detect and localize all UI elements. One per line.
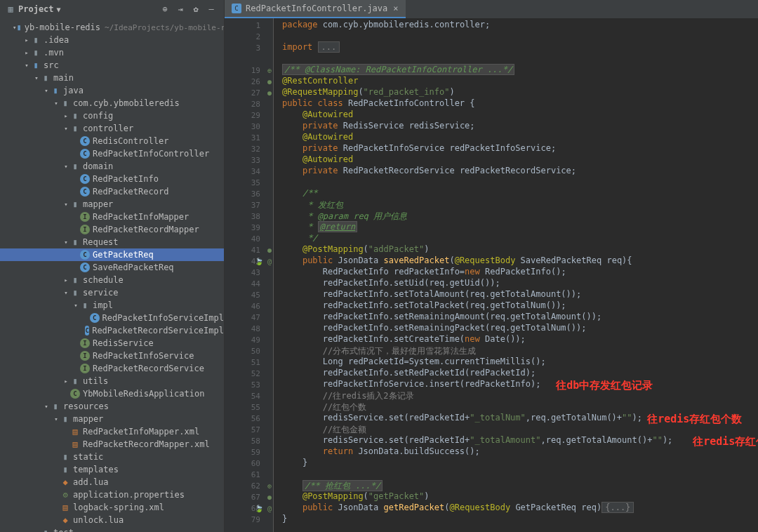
code-area[interactable]: package com.cyb.ybmobileredis.controller… (274, 18, 758, 532)
tree-twisty[interactable]: ▾ (62, 125, 70, 132)
gutter-line[interactable]: 39 (225, 222, 273, 233)
gutter-line[interactable]: 55 (225, 401, 273, 413)
tree-item-config[interactable]: ▸▮config (0, 109, 224, 122)
gutter-line[interactable]: 31 (225, 132, 273, 143)
tree-twisty[interactable]: ▾ (52, 415, 60, 423)
code-line[interactable]: * @param req 用户信息 (282, 211, 758, 222)
tree-twisty[interactable]: ▾ (62, 289, 70, 296)
tree-item-redpacketrecordserviceimpl[interactable]: CRedPacketRecordServiceImpl (0, 324, 224, 337)
code-line[interactable]: * 发红包 (282, 199, 758, 211)
settings-icon[interactable]: ✿ (189, 2, 203, 16)
gutter-line[interactable]: 40 (225, 233, 273, 244)
close-tab-icon[interactable]: × (393, 4, 398, 13)
gutter-line[interactable]: 67● (225, 491, 273, 503)
tree-item-redpacketinfocontroller[interactable]: CRedPacketInfoController (0, 147, 224, 160)
code-line[interactable]: //红包金额 (282, 424, 758, 435)
code-editor[interactable]: 12319⊕26●27●2829303132333435363738394041… (225, 18, 758, 532)
tree-item-yb-mobile-redis[interactable]: ▾▮yb-mobile-redis~/IdeaProjects/yb-mobil… (0, 21, 224, 34)
code-line[interactable]: return JsonData.buildSuccess(); (282, 446, 758, 458)
tree-item-mapper[interactable]: ▾▮mapper (0, 413, 224, 425)
gutter-line[interactable]: 56 (225, 413, 273, 424)
code-line[interactable]: //分布式情况下，最好使用雪花算法生成 (282, 345, 758, 357)
code-line[interactable]: public class RedPacketInfoController { (282, 98, 758, 109)
gutter-line[interactable]: 38 (225, 211, 273, 222)
tree-item--mvn[interactable]: ▸▮.mvn (0, 46, 224, 59)
tree-item-com-cyb-ybmobileredis[interactable]: ▾▮com.cyb.ybmobileredis (0, 97, 224, 109)
gutter-line[interactable]: 58 (225, 435, 273, 446)
tab-redpacketinfocontroller[interactable]: C RedPacketInfoController.java × (225, 0, 406, 18)
gutter-line[interactable]: 36 (225, 188, 273, 199)
gutter-line[interactable]: 3 (225, 42, 273, 53)
code-line[interactable]: redPacketInfo.setRedPacketId(redPacketId… (282, 368, 758, 379)
gutter-line[interactable]: 68🍃 @ (225, 503, 273, 514)
gutter-line[interactable]: 60 (225, 458, 273, 469)
tree-item-main[interactable]: ▾▮main (0, 72, 224, 84)
code-line[interactable]: redisService.set(redPacketId+"_totalNum"… (282, 413, 758, 424)
code-line[interactable]: @PostMapping("getPacket") (282, 491, 758, 503)
tree-item-redisservice[interactable]: IRedisService (0, 337, 224, 350)
project-dropdown-icon[interactable]: ▼ (57, 6, 61, 13)
tree-item-resources[interactable]: ▾▮resources (0, 400, 224, 413)
gutter-line[interactable]: 53 (225, 379, 273, 390)
code-line[interactable]: Long redPacketId=System.currentTimeMilli… (282, 357, 758, 368)
tree-item-static[interactable]: ▮static (0, 451, 224, 463)
tree-twisty[interactable]: ▸ (22, 49, 31, 56)
gutter-icon[interactable]: ● (267, 246, 272, 254)
code-line[interactable]: redisService.set(redPacketId+"_totalAmou… (282, 435, 758, 446)
gutter-line[interactable]: 49 (225, 334, 273, 345)
tree-item-add-lua[interactable]: ◆add.lua (0, 476, 224, 488)
tree-item-redpacketinfoserviceimpl[interactable]: CRedPacketInfoServiceImpl (0, 312, 224, 324)
code-line[interactable]: //红包个数 (282, 401, 758, 413)
code-line[interactable]: @PostMapping("addPacket") (282, 244, 758, 255)
gutter-icon[interactable]: 🍃 @ (255, 505, 272, 512)
code-line[interactable]: */ (282, 233, 758, 244)
gutter-line[interactable]: 37 (225, 199, 273, 211)
tree-item--idea[interactable]: ▸▮.idea (0, 34, 224, 46)
tree-twisty[interactable]: ▸ (62, 112, 70, 119)
gutter-icon[interactable]: ⊕ (267, 67, 272, 74)
code-line[interactable]: redPacketInfo.setRemainingPacket(req.get… (282, 323, 758, 334)
gutter-line[interactable]: 19⊕ (225, 65, 273, 76)
gutter-line[interactable]: 27● (225, 87, 273, 98)
gutter-line[interactable]: 61 (225, 469, 273, 480)
tree-twisty[interactable]: ▸ (22, 36, 31, 44)
code-line[interactable] (282, 53, 758, 65)
code-line[interactable]: * @return (282, 222, 758, 233)
tree-item-controller[interactable]: ▾▮controller (0, 122, 224, 135)
tree-item-redpacketinfomapper[interactable]: IRedPacketInfoMapper (0, 211, 224, 223)
code-line[interactable]: @RequestMapping("red_packet_info") (282, 87, 758, 98)
gutter-line[interactable]: 33 (225, 154, 273, 166)
code-line[interactable]: @Autowired (282, 154, 758, 166)
gutter-line[interactable]: 35 (225, 177, 273, 188)
code-line[interactable]: import ... (282, 42, 758, 53)
tree-item-redpacketrecord[interactable]: CRedPacketRecord (0, 185, 224, 198)
gutter-line[interactable]: 54 (225, 390, 273, 401)
code-line[interactable]: redPacketInfo.setTotalPacket(req.getTota… (282, 300, 758, 312)
tree-twisty[interactable]: ▸ (62, 378, 70, 385)
tree-item-redpacketrecordservice[interactable]: IRedPacketRecordService (0, 362, 224, 375)
tree-twisty[interactable]: ▾ (62, 163, 70, 170)
tree-twisty[interactable]: ▾ (22, 62, 31, 69)
gutter-line[interactable]: 52 (225, 368, 273, 379)
gutter-icon[interactable]: ● (267, 89, 272, 97)
gutter-line[interactable]: 28 (225, 98, 273, 109)
gutter-line[interactable]: 32 (225, 143, 273, 154)
tree-twisty[interactable]: ▸ (32, 529, 41, 532)
code-line[interactable]: @Autowired (282, 132, 758, 143)
code-line[interactable]: private RedPacketRecordService redPacket… (282, 166, 758, 177)
gutter-line[interactable]: 79 (225, 514, 273, 525)
gutter-line[interactable]: 62⊕ (225, 480, 273, 491)
tree-twisty[interactable]: ▾ (62, 201, 70, 208)
collapse-all-icon[interactable]: ⇥ (173, 2, 187, 16)
gutter-line[interactable]: 46 (225, 300, 273, 312)
code-line[interactable] (282, 469, 758, 480)
tree-item-redpacketinfo[interactable]: CRedPacketInfo (0, 173, 224, 185)
code-line[interactable]: /** (282, 188, 758, 199)
tree-twisty[interactable]: ▸ (62, 277, 70, 284)
code-line[interactable]: private RedPacketInfoService redPacketIn… (282, 143, 758, 154)
tree-item-utils[interactable]: ▸▮utils (0, 375, 224, 387)
gutter-icon[interactable]: ● (267, 78, 272, 86)
gutter-icon[interactable]: 🍃 @ (255, 258, 272, 265)
tree-item-templates[interactable]: ▮templates (0, 463, 224, 476)
gutter-line[interactable]: 44 (225, 278, 273, 289)
